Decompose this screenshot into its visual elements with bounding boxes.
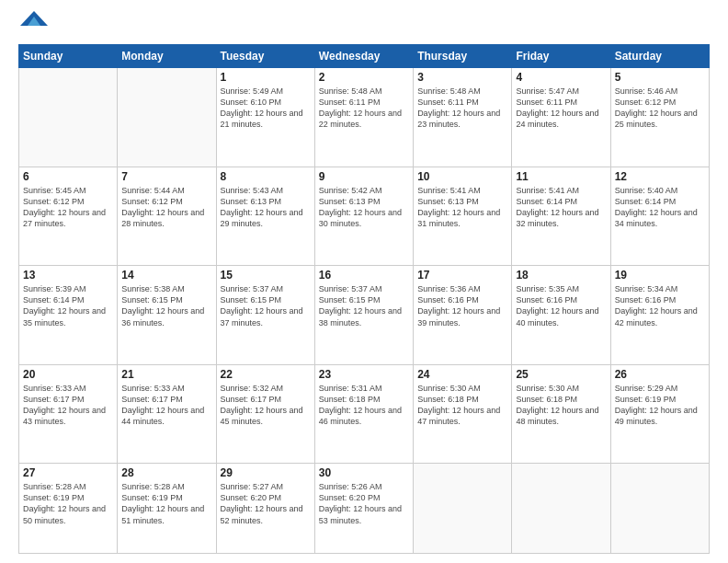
day-number: 28 <box>121 466 211 479</box>
day-number: 18 <box>516 269 606 282</box>
day-info: Sunrise: 5:37 AMSunset: 6:15 PMDaylight:… <box>319 283 409 328</box>
calendar-week-2: 6Sunrise: 5:45 AMSunset: 6:12 PMDaylight… <box>19 167 710 266</box>
day-number: 17 <box>417 269 507 282</box>
day-info: Sunrise: 5:30 AMSunset: 6:18 PMDaylight:… <box>417 383 507 428</box>
day-number: 25 <box>516 368 606 381</box>
day-number: 8 <box>221 170 311 183</box>
calendar-cell <box>610 464 709 554</box>
day-number: 27 <box>23 466 113 479</box>
day-info: Sunrise: 5:38 AMSunset: 6:15 PMDaylight:… <box>121 283 211 328</box>
weekday-header-row: SundayMondayTuesdayWednesdayThursdayFrid… <box>19 45 710 68</box>
weekday-header-tuesday: Tuesday <box>216 45 314 68</box>
calendar-cell: 30Sunrise: 5:26 AMSunset: 6:20 PMDayligh… <box>314 464 413 554</box>
calendar-cell <box>118 68 216 167</box>
day-number: 16 <box>319 269 409 282</box>
calendar-cell: 4Sunrise: 5:47 AMSunset: 6:11 PMDaylight… <box>512 68 610 167</box>
calendar-cell: 14Sunrise: 5:38 AMSunset: 6:15 PMDayligh… <box>118 266 216 365</box>
calendar-cell: 18Sunrise: 5:35 AMSunset: 6:16 PMDayligh… <box>512 266 610 365</box>
page: SundayMondayTuesdayWednesdayThursdayFrid… <box>0 0 728 563</box>
day-info: Sunrise: 5:48 AMSunset: 6:11 PMDaylight:… <box>417 86 507 131</box>
day-number: 13 <box>23 269 113 282</box>
calendar-cell: 1Sunrise: 5:49 AMSunset: 6:10 PMDaylight… <box>216 68 314 167</box>
logo-icon <box>20 7 48 35</box>
calendar-cell: 27Sunrise: 5:28 AMSunset: 6:19 PMDayligh… <box>19 464 118 554</box>
day-info: Sunrise: 5:26 AMSunset: 6:20 PMDaylight:… <box>319 481 409 526</box>
day-number: 26 <box>615 368 705 381</box>
day-info: Sunrise: 5:44 AMSunset: 6:12 PMDaylight:… <box>121 185 211 230</box>
calendar-cell: 23Sunrise: 5:31 AMSunset: 6:18 PMDayligh… <box>314 364 413 464</box>
calendar-cell: 11Sunrise: 5:41 AMSunset: 6:14 PMDayligh… <box>512 167 610 266</box>
calendar-cell: 7Sunrise: 5:44 AMSunset: 6:12 PMDaylight… <box>118 167 216 266</box>
calendar-cell: 10Sunrise: 5:41 AMSunset: 6:13 PMDayligh… <box>414 167 512 266</box>
logo <box>18 17 48 35</box>
calendar-week-1: 1Sunrise: 5:49 AMSunset: 6:10 PMDaylight… <box>19 68 710 167</box>
day-info: Sunrise: 5:45 AMSunset: 6:12 PMDaylight:… <box>23 185 113 230</box>
calendar-cell: 25Sunrise: 5:30 AMSunset: 6:18 PMDayligh… <box>512 364 610 464</box>
calendar-cell <box>512 464 610 554</box>
day-info: Sunrise: 5:33 AMSunset: 6:17 PMDaylight:… <box>121 383 211 428</box>
weekday-header-monday: Monday <box>118 45 216 68</box>
calendar-cell: 24Sunrise: 5:30 AMSunset: 6:18 PMDayligh… <box>414 364 512 464</box>
day-info: Sunrise: 5:39 AMSunset: 6:14 PMDaylight:… <box>23 283 113 328</box>
calendar-cell: 9Sunrise: 5:42 AMSunset: 6:13 PMDaylight… <box>314 167 413 266</box>
day-number: 29 <box>221 466 311 479</box>
day-number: 3 <box>417 71 507 84</box>
calendar-cell: 2Sunrise: 5:48 AMSunset: 6:11 PMDaylight… <box>314 68 413 167</box>
day-info: Sunrise: 5:49 AMSunset: 6:10 PMDaylight:… <box>221 86 311 131</box>
day-number: 20 <box>23 368 113 381</box>
day-info: Sunrise: 5:41 AMSunset: 6:14 PMDaylight:… <box>516 185 606 230</box>
calendar-cell: 16Sunrise: 5:37 AMSunset: 6:15 PMDayligh… <box>314 266 413 365</box>
day-info: Sunrise: 5:28 AMSunset: 6:19 PMDaylight:… <box>121 481 211 526</box>
day-info: Sunrise: 5:36 AMSunset: 6:16 PMDaylight:… <box>417 283 507 328</box>
calendar-cell: 3Sunrise: 5:48 AMSunset: 6:11 PMDaylight… <box>414 68 512 167</box>
weekday-header-friday: Friday <box>512 45 610 68</box>
day-info: Sunrise: 5:41 AMSunset: 6:13 PMDaylight:… <box>417 185 507 230</box>
weekday-header-wednesday: Wednesday <box>314 45 413 68</box>
day-number: 2 <box>319 71 409 84</box>
day-info: Sunrise: 5:46 AMSunset: 6:12 PMDaylight:… <box>615 86 705 131</box>
day-number: 24 <box>417 368 507 381</box>
calendar-cell: 29Sunrise: 5:27 AMSunset: 6:20 PMDayligh… <box>216 464 314 554</box>
day-number: 22 <box>221 368 311 381</box>
weekday-header-saturday: Saturday <box>610 45 709 68</box>
day-info: Sunrise: 5:31 AMSunset: 6:18 PMDaylight:… <box>319 383 409 428</box>
calendar-cell: 17Sunrise: 5:36 AMSunset: 6:16 PMDayligh… <box>414 266 512 365</box>
day-number: 19 <box>615 269 705 282</box>
day-info: Sunrise: 5:42 AMSunset: 6:13 PMDaylight:… <box>319 185 409 230</box>
day-number: 12 <box>615 170 705 183</box>
calendar-cell: 6Sunrise: 5:45 AMSunset: 6:12 PMDaylight… <box>19 167 118 266</box>
day-info: Sunrise: 5:33 AMSunset: 6:17 PMDaylight:… <box>23 383 113 428</box>
day-info: Sunrise: 5:47 AMSunset: 6:11 PMDaylight:… <box>516 86 606 131</box>
calendar-cell: 28Sunrise: 5:28 AMSunset: 6:19 PMDayligh… <box>118 464 216 554</box>
day-number: 4 <box>516 71 606 84</box>
calendar-cell: 15Sunrise: 5:37 AMSunset: 6:15 PMDayligh… <box>216 266 314 365</box>
day-number: 15 <box>221 269 311 282</box>
day-info: Sunrise: 5:27 AMSunset: 6:20 PMDaylight:… <box>221 481 311 526</box>
calendar-cell: 8Sunrise: 5:43 AMSunset: 6:13 PMDaylight… <box>216 167 314 266</box>
day-number: 30 <box>319 466 409 479</box>
calendar-cell: 12Sunrise: 5:40 AMSunset: 6:14 PMDayligh… <box>610 167 709 266</box>
day-info: Sunrise: 5:34 AMSunset: 6:16 PMDaylight:… <box>615 283 705 328</box>
calendar-table: SundayMondayTuesdayWednesdayThursdayFrid… <box>18 44 710 554</box>
day-info: Sunrise: 5:29 AMSunset: 6:19 PMDaylight:… <box>615 383 705 428</box>
day-info: Sunrise: 5:43 AMSunset: 6:13 PMDaylight:… <box>221 185 311 230</box>
calendar-cell: 20Sunrise: 5:33 AMSunset: 6:17 PMDayligh… <box>19 364 118 464</box>
day-info: Sunrise: 5:40 AMSunset: 6:14 PMDaylight:… <box>615 185 705 230</box>
day-info: Sunrise: 5:35 AMSunset: 6:16 PMDaylight:… <box>516 283 606 328</box>
day-info: Sunrise: 5:48 AMSunset: 6:11 PMDaylight:… <box>319 86 409 131</box>
day-number: 7 <box>121 170 211 183</box>
calendar-week-4: 20Sunrise: 5:33 AMSunset: 6:17 PMDayligh… <box>19 364 710 464</box>
calendar-cell: 21Sunrise: 5:33 AMSunset: 6:17 PMDayligh… <box>118 364 216 464</box>
weekday-header-sunday: Sunday <box>19 45 118 68</box>
day-number: 6 <box>23 170 113 183</box>
day-number: 10 <box>417 170 507 183</box>
day-number: 23 <box>319 368 409 381</box>
day-number: 14 <box>121 269 211 282</box>
calendar-cell: 5Sunrise: 5:46 AMSunset: 6:12 PMDaylight… <box>610 68 709 167</box>
day-info: Sunrise: 5:32 AMSunset: 6:17 PMDaylight:… <box>221 383 311 428</box>
day-number: 9 <box>319 170 409 183</box>
day-info: Sunrise: 5:28 AMSunset: 6:19 PMDaylight:… <box>23 481 113 526</box>
calendar-cell: 13Sunrise: 5:39 AMSunset: 6:14 PMDayligh… <box>19 266 118 365</box>
weekday-header-thursday: Thursday <box>414 45 512 68</box>
day-info: Sunrise: 5:37 AMSunset: 6:15 PMDaylight:… <box>221 283 311 328</box>
